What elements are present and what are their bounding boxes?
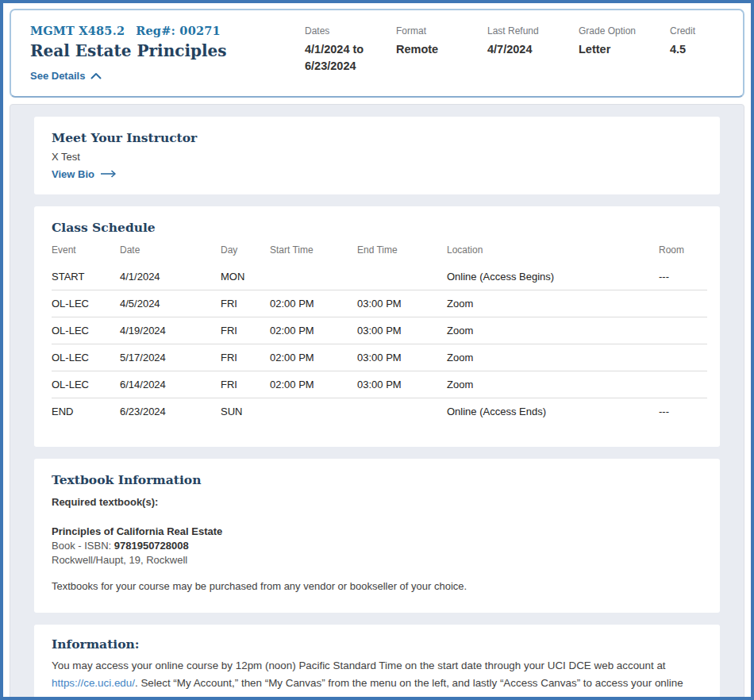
class-schedule-table: Event Date Day Start Time End Time Locat… (52, 244, 707, 425)
information-heading: Information: (52, 637, 702, 652)
textbook-entry: Principles of California Real Estate Boo… (52, 525, 702, 567)
cell-location: Zoom (447, 290, 659, 317)
cell-location: Online (Access Begins) (447, 263, 659, 290)
cell-start-time: 02:00 PM (270, 371, 357, 398)
cell-date: 4/19/2024 (120, 317, 221, 344)
textbook-heading: Textbook Information (52, 472, 702, 487)
course-summary-card: MGMT X485.2Reg#: 00271 Real Estate Princ… (10, 9, 744, 98)
cell-room (659, 344, 707, 371)
course-code: MGMT X485.2 (30, 24, 125, 37)
chevron-up-icon (90, 70, 102, 82)
cell-end-time (357, 263, 447, 290)
cell-room (659, 290, 707, 317)
cell-end-time (357, 398, 447, 425)
cell-date: 6/14/2024 (120, 371, 221, 398)
info-text-segment: . Select “My Account,” then “My Canvas” … (52, 677, 683, 700)
arrow-right-icon (101, 168, 117, 180)
meta-value: 4/1/2024 to 6/23/2024 (305, 41, 385, 75)
isbn-value: 9781950728008 (114, 540, 189, 552)
required-textbooks-label: Required textbook(s): (52, 496, 702, 508)
instructor-card: Meet Your Instructor X Test View Bio (34, 117, 720, 194)
cell-start-time (270, 398, 357, 425)
ce-uci-edu-link[interactable]: https://ce.uci.edu/ (52, 677, 135, 689)
table-row: START 4/1/2024 MON Online (Access Begins… (52, 263, 707, 290)
instructor-name: X Test (52, 151, 702, 163)
meta-last-refund: Last Refund 4/7/2024 (487, 25, 579, 85)
cell-day: FRI (221, 371, 270, 398)
course-meta: Dates 4/1/2024 to 6/23/2024 Format Remot… (305, 24, 741, 85)
cell-date: 6/23/2024 (120, 398, 221, 425)
cell-date: 4/5/2024 (120, 290, 221, 317)
cell-event: OL-LEC (52, 290, 120, 317)
column-header-room: Room (659, 244, 707, 263)
information-paragraph: You may access your online course by 12p… (52, 657, 702, 700)
cell-event: OL-LEC (52, 317, 120, 344)
see-details-button[interactable]: See Details (30, 70, 102, 82)
cell-location: Zoom (447, 317, 659, 344)
cell-event: OL-LEC (52, 371, 120, 398)
cell-day: FRI (221, 317, 270, 344)
cell-end-time: 03:00 PM (357, 371, 447, 398)
cell-location: Online (Access Ends) (447, 398, 659, 425)
meta-value: 4.5 (670, 41, 730, 58)
column-header-start-time: Start Time (270, 244, 357, 263)
cell-day: FRI (221, 344, 270, 371)
cell-location: Zoom (447, 344, 659, 371)
cell-room (659, 317, 707, 344)
table-row: OL-LEC 6/14/2024 FRI 02:00 PM 03:00 PM Z… (52, 371, 707, 398)
meta-label: Last Refund (487, 25, 567, 37)
meta-value: Remote (396, 41, 476, 58)
course-details-panel: Meet Your Instructor X Test View Bio Cla… (10, 104, 744, 700)
isbn-label: Book - ISBN: (52, 540, 114, 552)
cell-room: --- (659, 263, 707, 290)
meta-label: Format (396, 25, 476, 37)
column-header-date: Date (120, 244, 221, 263)
cell-event: END (52, 398, 120, 425)
textbook-card: Textbook Information Required textbook(s… (34, 459, 720, 613)
meta-credit: Credit 4.5 (670, 25, 741, 85)
column-header-end-time: End Time (357, 244, 447, 263)
cell-event: START (52, 263, 120, 290)
meta-format: Format Remote (396, 25, 487, 85)
textbook-author-line: Rockwell/Haupt, 19, Rockwell (52, 553, 702, 567)
cell-room: --- (659, 398, 707, 425)
meta-label: Grade Option (579, 25, 659, 37)
cell-start-time: 02:00 PM (270, 290, 357, 317)
course-title: Real Estate Principles (30, 41, 305, 60)
table-row: OL-LEC 4/5/2024 FRI 02:00 PM 03:00 PM Zo… (52, 290, 707, 317)
cell-room (659, 371, 707, 398)
meta-value: 4/7/2024 (487, 41, 567, 58)
cell-day: MON (221, 263, 270, 290)
cell-start-time: 02:00 PM (270, 317, 357, 344)
cell-start-time: 02:00 PM (270, 344, 357, 371)
meta-value: Letter (579, 41, 659, 58)
instructor-heading: Meet Your Instructor (52, 130, 702, 145)
textbook-purchase-note: Textbooks for your course may be purchas… (52, 580, 702, 592)
course-identity: MGMT X485.2Reg#: 00271 Real Estate Princ… (30, 24, 305, 85)
column-header-day: Day (221, 244, 270, 263)
cell-end-time: 03:00 PM (357, 344, 447, 371)
cell-day: SUN (221, 398, 270, 425)
meta-label: Credit (670, 25, 730, 37)
cell-end-time: 03:00 PM (357, 290, 447, 317)
view-bio-link[interactable]: View Bio (52, 168, 117, 180)
course-code-line: MGMT X485.2Reg#: 00271 (30, 24, 305, 37)
table-row: OL-LEC 5/17/2024 FRI 02:00 PM 03:00 PM Z… (52, 344, 707, 371)
cell-start-time (270, 263, 357, 290)
cell-date: 4/1/2024 (120, 263, 221, 290)
meta-label: Dates (305, 25, 385, 37)
class-schedule-card: Class Schedule Event Date Day Start Time… (34, 206, 720, 447)
cell-end-time: 03:00 PM (357, 317, 447, 344)
table-header-row: Event Date Day Start Time End Time Locat… (52, 244, 707, 263)
table-row: END 6/23/2024 SUN Online (Access Ends) -… (52, 398, 707, 425)
cell-location: Zoom (447, 371, 659, 398)
information-card: Information: You may access your online … (34, 625, 720, 700)
registration-number: Reg#: 00271 (136, 24, 221, 37)
info-text-segment: You may access your online course by 12p… (52, 660, 666, 671)
see-details-label: See Details (30, 70, 85, 82)
class-schedule-heading: Class Schedule (52, 220, 702, 235)
meta-dates: Dates 4/1/2024 to 6/23/2024 (305, 25, 396, 85)
view-bio-label: View Bio (52, 168, 94, 180)
textbook-isbn-line: Book - ISBN: 9781950728008 (52, 539, 702, 553)
cell-event: OL-LEC (52, 344, 120, 371)
